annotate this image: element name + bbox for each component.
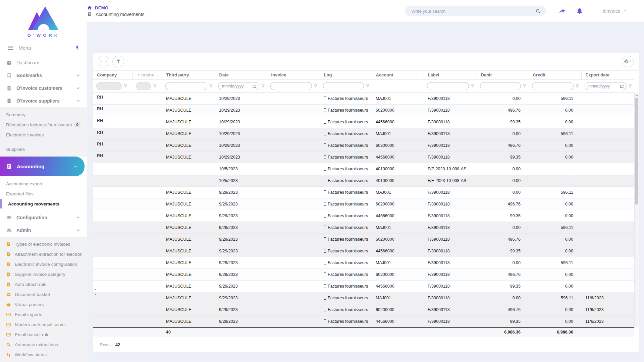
funnel-outline-icon[interactable] xyxy=(575,84,579,88)
export_date-date-filter-input[interactable]: mm/dd/yyyy xyxy=(585,82,627,90)
table-row[interactable]: MAJUSCULE9/29/2023Factures fournisseursM… xyxy=(93,292,634,304)
sidebar-subitem-electronic-invoice-configuration[interactable]: Electronic invoice configuration xyxy=(0,259,87,269)
funnel-outline-icon[interactable] xyxy=(523,84,527,88)
funnel-outline-icon[interactable] xyxy=(471,84,475,88)
debit-filter-input[interactable] xyxy=(480,82,521,90)
column-header-date[interactable]: Date xyxy=(215,71,267,80)
table-row[interactable]: 10/5/2023Factures fournisseurs40100000F/… xyxy=(93,163,634,175)
table-row[interactable]: MAJUSCULE9/29/2023Factures fournisseursM… xyxy=(93,187,634,198)
sidebar-subitem-supplier-invoice-category[interactable]: Supplier invoice category xyxy=(0,269,87,279)
label-filter-input[interactable] xyxy=(427,82,469,90)
notifications-bell-icon[interactable] xyxy=(576,7,583,15)
sidebar-subitem-accounting-movements[interactable]: Accounting movements xyxy=(0,199,87,209)
table-row[interactable]: RHMAJUSCULE10/29/2023Factures fournisseu… xyxy=(93,93,634,105)
chevron-down-icon xyxy=(76,215,80,220)
sidebar-item-configuration[interactable]: Configuration xyxy=(0,211,87,224)
pin-icon[interactable] xyxy=(74,45,80,51)
cell-invoice xyxy=(267,304,320,316)
table-row[interactable]: RHMAJUSCULE10/29/2023Factures fournisseu… xyxy=(93,116,634,128)
table-row[interactable]: MAJUSCULE9/29/2023Factures fournisseursM… xyxy=(93,222,634,234)
column-header-export_date[interactable]: Export date xyxy=(581,71,634,80)
sidebar-subitem-accounting-export[interactable]: Accounting export xyxy=(0,179,87,189)
sidebar-subitem-summary[interactable]: Summary xyxy=(0,110,87,120)
scroll-down-arrow[interactable] xyxy=(93,292,97,296)
column-header-account[interactable]: Account xyxy=(372,71,424,80)
column-header-credit[interactable]: Credit xyxy=(529,71,581,80)
sidebar-subitem-document-basket[interactable]: Document basket xyxy=(0,289,87,299)
sidebar-item-bookmarks[interactable]: Bookmarks xyxy=(0,69,87,82)
sidebar-subitem-email-imports[interactable]: Email imports xyxy=(0,309,87,319)
sidebar-subitem-attachment-extraction[interactable]: Attachment extraction for electron xyxy=(0,249,87,259)
search-icon[interactable] xyxy=(535,8,541,14)
sidebar-item-dashboard[interactable]: Dashboard xyxy=(0,56,87,69)
column-header-company[interactable]: Company xyxy=(93,71,132,80)
sidebar-subitem-modern-auth-email-server[interactable]: Modern auth email server xyxy=(0,319,87,329)
table-row[interactable]: RHMAJUSCULE10/29/2023Factures fournisseu… xyxy=(93,128,634,140)
sidebar-item-oinvoice-suppliers[interactable]: O'Invoice suppliers xyxy=(0,95,87,107)
sidebar-subitem-exported-files[interactable]: Exported files xyxy=(0,189,87,199)
sidebar-subitem-receptions-factures-fournisseurs[interactable]: Réceptions factures fournisseurs0 xyxy=(0,120,87,130)
sidebar-subitem-electronic-invoices[interactable]: Electronic Invoices xyxy=(0,130,87,140)
table-row[interactable]: MAJUSCULE9/29/2023Factures fournisseursM… xyxy=(93,257,634,269)
search-input[interactable] xyxy=(412,9,535,14)
column-header-label[interactable]: Label xyxy=(424,71,477,80)
table-row[interactable]: MAJUSCULE9/29/2023Factures fournisseurs6… xyxy=(93,198,634,210)
cell-label: F/39000118 xyxy=(424,245,477,257)
column-header-debit[interactable]: Debit xyxy=(477,71,529,80)
table-row[interactable]: RHMAJUSCULE10/29/2023Factures fournisseu… xyxy=(93,152,634,163)
table-row[interactable]: RHMAJUSCULE10/29/2023Factures fournisseu… xyxy=(93,140,634,152)
scroll-up-arrow[interactable] xyxy=(635,93,639,98)
table-row[interactable]: MAJUSCULE9/29/2023Factures fournisseurs6… xyxy=(93,304,634,316)
cell-third_party: MAJUSCULE xyxy=(162,292,215,304)
table-row[interactable]: MAJUSCULE9/29/2023Factures fournisseurs4… xyxy=(93,245,634,257)
sidebar-item-admin[interactable]: Admin xyxy=(0,224,87,237)
funnel-outline-icon[interactable] xyxy=(366,84,370,88)
cell-debit: 0.00 xyxy=(477,93,529,105)
sidebar-subitem-auto-attach-rule[interactable]: Auto attach rule xyxy=(0,279,87,289)
sidebar-subitem-virtual-printers[interactable]: Virtual printers xyxy=(0,299,87,309)
hamburger-icon[interactable] xyxy=(7,45,14,51)
sidebar-subitem-types-of-electronic-invoices[interactable]: Types of electronic invoices xyxy=(0,239,87,249)
scroll-up-arrow-bottom[interactable] xyxy=(93,287,97,292)
columns-button[interactable] xyxy=(98,56,109,67)
grid-settings-button[interactable] xyxy=(622,56,634,67)
column-header-log[interactable]: Log xyxy=(320,71,372,80)
funnel-outline-icon[interactable] xyxy=(261,84,265,88)
calendar-icon[interactable] xyxy=(620,84,624,88)
table-row[interactable]: RHMAJUSCULE10/29/2023Factures fournisseu… xyxy=(93,105,634,116)
funnel-outline-icon[interactable] xyxy=(209,84,213,88)
table-row[interactable]: MAJUSCULE9/29/2023Factures fournisseurs4… xyxy=(93,210,634,222)
table-row[interactable]: MAJUSCULE9/29/2023Factures fournisseurs6… xyxy=(93,234,634,245)
table-row[interactable]: MAJUSCULE9/29/2023Factures fournisseurs6… xyxy=(93,269,634,281)
funnel-outline-icon[interactable] xyxy=(628,84,632,88)
cell-institution xyxy=(132,93,162,105)
column-header-invoice[interactable]: Invoice xyxy=(267,71,320,80)
calendar-icon[interactable] xyxy=(252,84,257,88)
log-filter-input[interactable] xyxy=(323,82,364,90)
sidebar-item-oinvoice-customers[interactable]: O'Invoice customers xyxy=(0,82,87,95)
column-header-institution[interactable]: Institu... xyxy=(132,71,162,80)
date-date-filter-input[interactable]: mm/dd/yyyy xyxy=(218,82,259,90)
vertical-scrollbar[interactable] xyxy=(634,93,639,327)
sidebar-subitem-email-basket-rule[interactable]: Email basket rule xyxy=(0,329,87,340)
table-row[interactable]: MAJUSCULE9/29/2023Factures fournisseurs4… xyxy=(93,316,634,327)
sidebar-subitem-automatic-extractions[interactable]: Automatic extractions xyxy=(0,340,87,350)
table-row[interactable]: MAJUSCULE9/29/2023Factures fournisseurs4… xyxy=(93,281,634,292)
column-header-third_party[interactable]: Third party xyxy=(162,71,215,80)
invoice-filter-input[interactable] xyxy=(270,82,312,90)
breadcrumb-home[interactable]: DEMO xyxy=(87,5,145,10)
cell-export_date xyxy=(581,198,634,210)
filter-button[interactable] xyxy=(112,56,124,67)
sidebar-subitem-workflow-status[interactable]: Workflow status xyxy=(0,350,87,360)
sidebar-subitem-suppliers[interactable]: Suppliers xyxy=(0,144,87,154)
credit-filter-input[interactable] xyxy=(532,82,574,90)
user-menu[interactable]: dinvoice xyxy=(603,8,627,14)
scrollbar-thumb[interactable] xyxy=(635,98,638,204)
share-icon[interactable] xyxy=(558,7,566,15)
third_party-filter-input[interactable] xyxy=(165,82,207,90)
sidebar-item-accounting[interactable]: Accounting xyxy=(0,157,85,176)
funnel-outline-icon[interactable] xyxy=(153,84,157,88)
table-row[interactable]: 10/5/2023Factures fournisseurs40100000F/… xyxy=(93,175,634,187)
funnel-outline-icon[interactable] xyxy=(123,84,127,88)
funnel-outline-icon[interactable] xyxy=(314,84,318,88)
